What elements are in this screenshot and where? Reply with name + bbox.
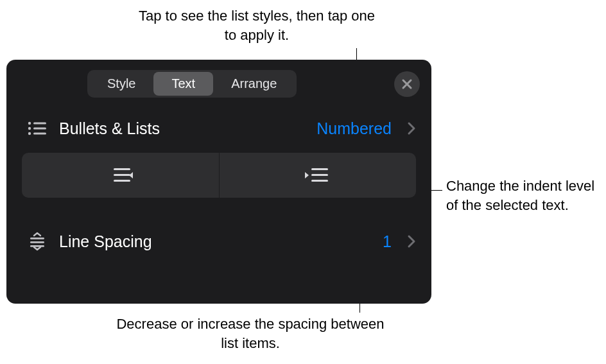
indent-controls: [6, 150, 431, 212]
callout-line-spacing: Decrease or increase the spacing between…: [116, 315, 385, 352]
tab-text[interactable]: Text: [153, 72, 213, 96]
bullets-lists-value: Numbered: [316, 119, 392, 138]
svg-rect-1: [33, 123, 46, 125]
line-spacing-row[interactable]: Line Spacing 1: [6, 212, 431, 263]
svg-rect-8: [114, 180, 130, 182]
outdent-button[interactable]: [22, 153, 220, 198]
svg-rect-9: [311, 168, 328, 170]
line-spacing-label: Line Spacing: [59, 232, 152, 251]
bullets-lists-row[interactable]: Bullets & Lists Numbered: [6, 107, 431, 150]
svg-rect-6: [114, 168, 130, 170]
line-spacing-value: 1: [383, 232, 392, 251]
outdent-icon: [107, 166, 133, 184]
bullet-list-icon: [27, 118, 48, 139]
format-tabs: Style Text Arrange: [87, 70, 297, 98]
svg-rect-11: [311, 180, 328, 182]
callout-indent-level: Change the indent level of the selected …: [446, 177, 600, 214]
svg-rect-7: [114, 174, 130, 176]
bullets-lists-label: Bullets & Lists: [59, 119, 160, 138]
svg-rect-3: [33, 128, 46, 130]
svg-rect-12: [30, 238, 44, 239]
svg-rect-10: [311, 174, 328, 176]
svg-rect-5: [33, 133, 46, 135]
indent-button[interactable]: [220, 153, 417, 198]
indent-icon: [305, 166, 331, 184]
format-panel: Style Text Arrange Bullets & Lists: [6, 60, 431, 304]
svg-rect-13: [30, 241, 44, 243]
tab-arrange[interactable]: Arrange: [213, 72, 295, 96]
tab-style[interactable]: Style: [89, 72, 153, 96]
svg-point-4: [28, 132, 31, 135]
callout-list-styles: Tap to see the list styles, then tap one…: [135, 6, 379, 44]
chevron-right-icon: [407, 121, 416, 135]
format-panel-header: Style Text Arrange: [6, 60, 431, 107]
callout-line: [431, 190, 442, 191]
svg-point-2: [28, 127, 31, 130]
svg-point-0: [28, 122, 31, 125]
line-spacing-icon: [27, 231, 48, 252]
close-button[interactable]: [394, 71, 420, 97]
close-icon: [401, 78, 413, 90]
chevron-right-icon: [407, 234, 416, 248]
svg-rect-14: [30, 245, 44, 247]
